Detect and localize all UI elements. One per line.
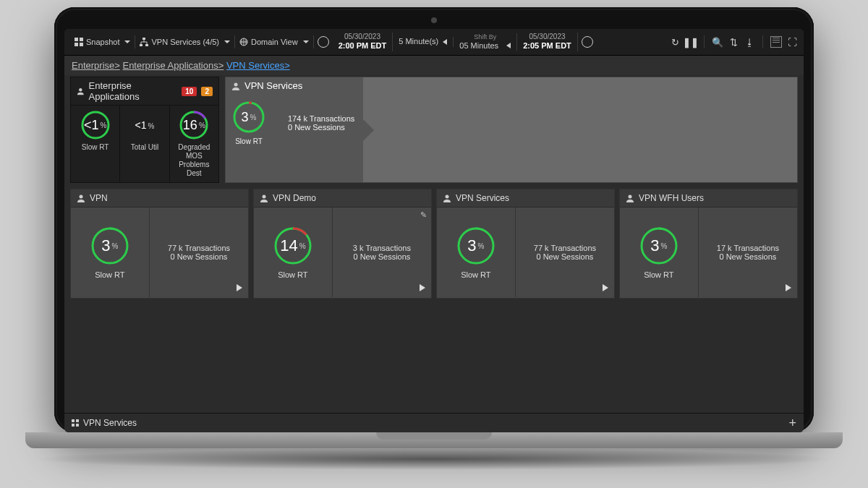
stat-sessions: 0 New Sessions xyxy=(536,252,593,261)
svg-rect-27 xyxy=(72,419,75,422)
search-icon[interactable]: 🔍 xyxy=(712,36,723,48)
vpn-services-hero: VPN Services 3% Slow RT 174 k Transactio… xyxy=(225,77,798,183)
view-dropdown[interactable]: Domain View xyxy=(235,35,314,48)
person-icon xyxy=(260,194,268,202)
hero-stat-transactions: 174 k Transactions xyxy=(288,114,354,123)
vpn-hero-selected[interactable]: VPN Services 3% Slow RT 174 k Transactio… xyxy=(226,77,363,182)
stat-transactions: 17 k Transactions xyxy=(717,244,779,252)
start-time: 2:00 PM EDT xyxy=(339,41,387,51)
add-tab-button[interactable]: + xyxy=(788,416,796,431)
layout-icon[interactable] xyxy=(770,36,782,48)
camera-dot xyxy=(431,17,437,23)
gauge-value: 3 xyxy=(101,236,110,255)
fullscreen-icon[interactable]: ⛶ xyxy=(786,36,798,48)
time-prev-button[interactable] xyxy=(314,36,333,48)
service-card-title: VPN Demo xyxy=(273,193,316,203)
gauge-value: 14 xyxy=(280,236,297,255)
service-card-1[interactable]: VPN Demo 14% Slow RT ✎ 3 k Transactions … xyxy=(253,189,432,299)
service-card-title: VPN Services xyxy=(456,193,509,203)
gauge-value: 3 xyxy=(467,236,476,255)
step-value: 5 Minute(s) xyxy=(399,37,438,46)
footer-tab-label: VPN Services xyxy=(83,418,137,428)
stat-transactions: 3 k Transactions xyxy=(353,244,411,252)
stat-sessions: 0 New Sessions xyxy=(719,252,776,261)
enterprise-card-title: Enterprise Applications xyxy=(89,80,174,102)
top-toolbar: Snapshot VPN Services (4/5) Domain View … xyxy=(64,29,804,56)
person-icon xyxy=(443,194,451,202)
edit-icon[interactable]: ✎ xyxy=(420,210,427,220)
alert-badge-red: 10 xyxy=(182,87,197,96)
chevron-down-icon xyxy=(124,40,130,43)
svg-point-15 xyxy=(80,195,83,199)
gauge-label: Slow RT xyxy=(644,270,673,279)
metric-degraded-mos: 16% Degraded MOS Problems Dest xyxy=(170,106,218,182)
sort-icon[interactable]: ⇅ xyxy=(728,36,739,48)
gauge-label: Slow RT xyxy=(461,270,490,279)
caret-left-icon xyxy=(506,43,511,48)
footer-tab-vpn-services[interactable]: VPN Services xyxy=(72,418,137,428)
globe-icon xyxy=(239,38,248,46)
export-icon[interactable]: ⭳ xyxy=(744,36,755,48)
expand-arrow-icon[interactable] xyxy=(603,284,608,293)
end-date: 05/30/2023 xyxy=(529,33,565,41)
services-label: VPN Services (4/5) xyxy=(151,38,219,46)
svg-rect-5 xyxy=(140,44,142,46)
gauge-label: Slow RT xyxy=(95,270,124,279)
time-next-button[interactable] xyxy=(578,36,597,48)
grid-icon xyxy=(75,38,83,46)
service-card-title: VPN WFH Users xyxy=(639,193,704,203)
end-time-block: 05/30/2023 2:05 PM EDT xyxy=(517,33,578,51)
stat-sessions: 0 New Sessions xyxy=(353,252,410,261)
svg-rect-0 xyxy=(75,38,78,41)
svg-point-18 xyxy=(263,195,266,199)
metric-total-util: <1% Total Util xyxy=(120,106,169,182)
crumb-enterprise[interactable]: Enterprise> xyxy=(72,60,120,71)
expand-arrow-icon[interactable] xyxy=(420,284,425,293)
person-icon xyxy=(231,82,240,90)
crumb-enterprise-apps[interactable]: Enterprise Applications> xyxy=(122,60,224,71)
svg-rect-29 xyxy=(72,424,75,427)
crumb-vpn-services[interactable]: VPN Services> xyxy=(226,60,290,71)
gauge-value: 3 xyxy=(650,236,659,255)
svg-rect-1 xyxy=(80,38,83,41)
service-card-3[interactable]: VPN WFH Users 3% Slow RT 17 k Transactio… xyxy=(619,189,798,299)
svg-point-8 xyxy=(79,88,82,91)
shift-block[interactable]: Shift By 05 Minutes xyxy=(454,33,517,51)
view-label: Domain View xyxy=(251,38,298,46)
svg-rect-30 xyxy=(76,424,79,427)
svg-rect-28 xyxy=(76,419,79,422)
service-card-0[interactable]: VPN 3% Slow RT 77 k Transactions 0 New S… xyxy=(70,189,249,299)
shift-value: 05 Minutes xyxy=(459,41,498,51)
person-icon xyxy=(626,194,634,202)
service-card-title: VPN xyxy=(90,193,108,203)
shift-label: Shift By xyxy=(474,33,496,41)
svg-rect-6 xyxy=(145,44,148,46)
expand-arrow-icon[interactable] xyxy=(786,284,791,293)
svg-rect-4 xyxy=(142,38,145,40)
enterprise-apps-card[interactable]: Enterprise Applications 10 2 <1% Slow RT xyxy=(70,77,219,183)
pause-icon[interactable]: ❚❚ xyxy=(685,36,697,48)
svg-point-12 xyxy=(234,82,238,86)
person-icon xyxy=(77,194,85,202)
chevron-down-icon xyxy=(303,40,309,43)
stat-transactions: 77 k Transactions xyxy=(168,244,230,252)
services-dropdown[interactable]: VPN Services (4/5) xyxy=(135,35,235,48)
svg-rect-3 xyxy=(80,43,83,46)
refresh-icon[interactable]: ↻ xyxy=(669,36,681,48)
snapshot-label: Snapshot xyxy=(86,38,119,46)
chevron-down-icon xyxy=(224,40,230,43)
snapshot-dropdown[interactable]: Snapshot xyxy=(70,35,135,48)
expand-arrow-icon[interactable] xyxy=(237,284,242,293)
vpn-hero-title: VPN Services xyxy=(244,80,302,91)
step-block[interactable]: 5 Minute(s) xyxy=(393,37,454,46)
end-time: 2:05 PM EDT xyxy=(523,41,571,51)
start-date: 05/30/2023 xyxy=(344,33,380,41)
breadcrumb: Enterprise> Enterprise Applications> VPN… xyxy=(64,56,804,75)
hierarchy-icon xyxy=(140,38,148,46)
svg-rect-2 xyxy=(75,43,78,46)
metric-slow-rt: <1% Slow RT xyxy=(71,106,120,182)
stat-sessions: 0 New Sessions xyxy=(170,252,227,261)
person-icon xyxy=(77,87,85,95)
alert-badge-orange: 2 xyxy=(201,87,213,96)
service-card-2[interactable]: VPN Services 3% Slow RT 77 k Transaction… xyxy=(436,189,615,299)
